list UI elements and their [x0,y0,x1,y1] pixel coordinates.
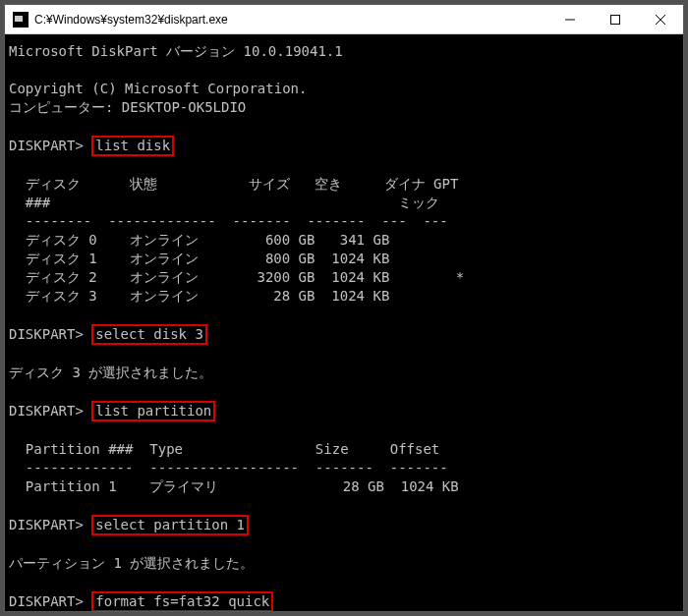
col-status: 状態 [130,176,157,192]
blank-line [9,573,679,591]
part-header: Partition ### Type Size Offset [9,440,679,459]
disk-name: ディスク 3 [26,288,97,304]
window-controls [547,5,683,33]
disk-free: 1024 KB [331,269,389,285]
prompt-line-1: DISKPART> list disk [9,136,679,156]
prompt-text: DISKPART> [9,138,84,153]
disk-name: ディスク 2 [26,269,97,285]
blank-line [9,345,679,364]
disk-status: オンライン [130,269,199,285]
maximize-button[interactable] [593,5,638,33]
console-output[interactable]: Microsoft DiskPart バージョン 10.0.19041.1 Co… [5,34,683,611]
disk-status: オンライン [130,288,199,304]
col-num: ### [26,195,50,210]
blank-line [9,496,679,515]
blank-line [9,382,679,401]
col-disk: ディスク [26,176,81,192]
command-list-disk: list disk [91,136,174,156]
disk-status: オンライン [130,251,199,266]
disk-name: ディスク 0 [26,232,97,248]
version-line: Microsoft DiskPart バージョン 10.0.19041.1 [9,42,679,61]
col-gpt: GPT [433,176,458,192]
disk-gpt: * [456,269,464,285]
col-size: サイズ [249,176,290,192]
maximize-icon [610,15,620,25]
blank-line [9,156,679,175]
prompt-text: DISKPART> [9,593,84,609]
command-select-disk: select disk 3 [91,324,207,345]
disk-size: 800 GB [265,251,315,266]
table-row: ディスク 1 オンライン 800 GB 1024 KB [9,250,679,268]
minimize-button[interactable] [547,5,593,33]
disk-free: 341 GB [340,232,390,248]
blank-line [9,421,679,440]
part-divider: ------------- ------------------ -------… [9,459,679,477]
table-row: ディスク 2 オンライン 3200 GB 1024 KB * [9,268,679,287]
close-icon [656,15,665,25]
table-row: ディスク 0 オンライン 600 GB 341 GB [9,231,679,250]
disk-header-row2: ### ミック [9,194,679,212]
blank-line [9,306,679,324]
close-button[interactable] [638,5,683,33]
command-select-partition: select partition 1 [91,515,249,535]
blank-line [9,61,679,80]
diskpart-window: C:¥Windows¥system32¥diskpart.exe Microso… [4,4,684,612]
app-icon [13,12,29,28]
disk-status: オンライン [130,232,199,248]
minimize-icon [565,15,575,25]
prompt-text: DISKPART> [9,326,84,342]
disk-size: 28 GB [273,288,315,304]
prompt-line-4: DISKPART> select partition 1 [9,515,679,535]
prompt-line-2: DISKPART> select disk 3 [9,324,679,345]
prompt-text: DISKPART> [9,403,84,419]
blank-line [9,117,679,136]
disk-size: 3200 GB [257,269,315,285]
copyright-line: Copyright (C) Microsoft Corporation. [9,80,679,98]
disk-name: ディスク 1 [26,251,97,266]
prompt-line-5: DISKPART> format fs=fat32 quick [9,591,679,611]
disk-free: 1024 KB [331,251,389,266]
disk-divider: -------- ------------- ------- ------- -… [9,212,679,231]
disk-free: 1024 KB [331,288,389,304]
prompt-line-3: DISKPART> list partition [9,401,679,421]
command-format: format fs=fat32 quick [91,591,273,611]
prompt-text: DISKPART> [9,517,84,532]
window-title: C:¥Windows¥system32¥diskpart.exe [34,13,547,27]
col-dyn2: ミック [398,195,439,210]
table-row: Partition 1 プライマリ 28 GB 1024 KB [9,477,679,496]
command-list-partition: list partition [91,401,215,421]
disk-size: 600 GB [265,232,315,248]
svg-rect-1 [611,15,620,24]
computer-line: コンピューター: DESKTOP-OK5LDIO [9,98,679,117]
col-free: 空き [315,176,342,192]
titlebar[interactable]: C:¥Windows¥system32¥diskpart.exe [5,5,683,34]
col-dyn1: ダイナ [384,176,426,192]
msg-disk-selected: ディスク 3 が選択されました。 [9,364,679,382]
table-row: ディスク 3 オンライン 28 GB 1024 KB [9,287,679,306]
blank-line [9,535,679,554]
msg-part-selected: パーティション 1 が選択されました。 [9,554,679,573]
disk-header-row1: ディスク 状態 サイズ 空き ダイナ GPT [9,175,679,194]
